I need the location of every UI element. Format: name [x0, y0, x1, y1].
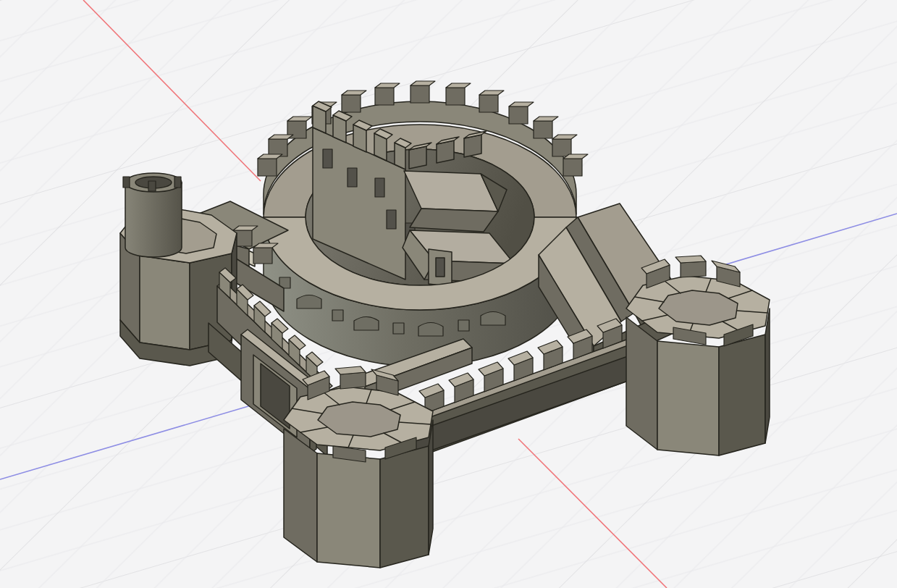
watch-turret — [123, 173, 182, 257]
3d-viewport[interactable] — [0, 0, 897, 588]
